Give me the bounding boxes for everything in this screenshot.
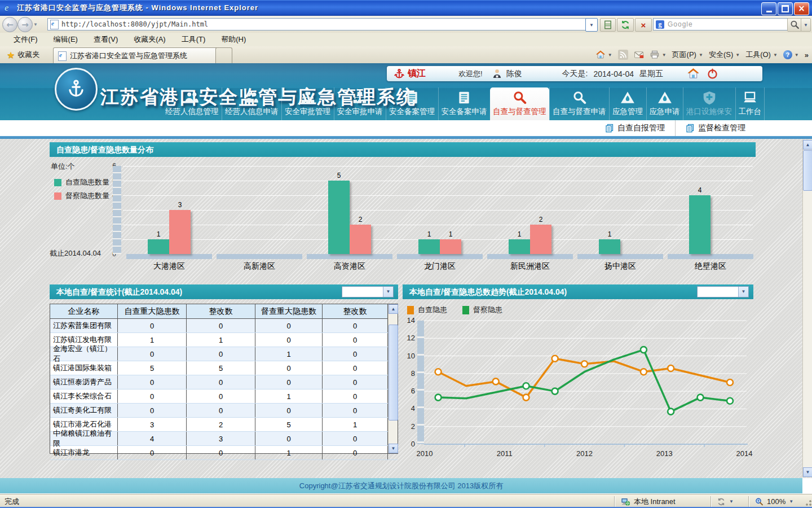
search-input[interactable]: g Google	[653, 18, 788, 30]
trend-data-point	[668, 365, 674, 371]
table-filter-select[interactable]: ▼	[342, 286, 394, 297]
table-row[interactable]: 镇江李长荣综合石0010	[50, 389, 398, 404]
menu-item-a[interactable]: 收藏夹(A)	[126, 33, 173, 46]
trend-line-supervise	[438, 350, 730, 412]
resize-grip[interactable]	[804, 496, 812, 507]
nav-item-6[interactable]: 安全备案申请	[438, 87, 490, 120]
bar-supervise	[530, 225, 551, 254]
menu-item-v[interactable]: 查看(V)	[86, 33, 126, 46]
bar-supervise	[440, 239, 461, 254]
nav-item-10[interactable]: 应急申请	[646, 87, 683, 120]
home-dropdown-icon[interactable]: ▼	[608, 52, 612, 58]
table-cell: 1	[323, 418, 388, 431]
minimize-button[interactable]	[761, 2, 776, 15]
refresh-button[interactable]	[617, 18, 634, 32]
logout-power-icon[interactable]	[707, 68, 718, 80]
anchor-icon	[394, 68, 405, 80]
bar-self-check	[148, 239, 169, 254]
stop-button[interactable]: ×	[635, 18, 652, 32]
nav-item-8[interactable]: 自查与督查申请	[549, 87, 609, 120]
table-cell: 镇江李长荣综合石	[50, 389, 118, 403]
command-button[interactable]: 工具(O)	[745, 50, 771, 60]
browser-tab[interactable]: e 江苏省港口安全监管与应急管理系统	[53, 47, 224, 64]
scroll-down-icon[interactable]: ▼	[803, 467, 812, 477]
nav-item-7[interactable]: 自查与督查管理	[490, 87, 549, 120]
zoom-control[interactable]: 100% ▼	[748, 496, 804, 507]
trend-data-point	[435, 369, 442, 375]
chevron-down-icon[interactable]: ▼	[383, 287, 393, 297]
legend-item-supervise: 督察隐患数量	[54, 191, 109, 201]
command-button[interactable]: 安全(S)	[709, 50, 733, 60]
table-cell: 0	[323, 347, 388, 361]
maximize-button[interactable]	[778, 2, 793, 15]
nav-item-1[interactable]: 经营人信息管理	[162, 87, 222, 120]
table-row[interactable]: 镇江市港龙0010	[50, 446, 398, 460]
browser-window: e 江苏省港口安全监管与应急管理系统 - Windows Internet Ex…	[0, 0, 812, 508]
address-input[interactable]: e http://localhost:8080/yjpt/Main.html	[47, 18, 586, 30]
table-row[interactable]: 镇江恒泰沥青产品0000	[50, 375, 398, 389]
nav-item-3[interactable]: 安全审批管理	[281, 87, 333, 120]
menu-item-t[interactable]: 工具(T)	[174, 33, 214, 46]
table-row[interactable]: 金海宏业（镇江）石0010	[50, 347, 398, 361]
chevron-down-icon[interactable]: ▼	[699, 52, 703, 58]
close-button[interactable]: ×	[794, 2, 809, 15]
table-cell: 0	[118, 389, 187, 403]
print-icon[interactable]	[650, 50, 660, 60]
scroll-up-icon[interactable]: ▲	[389, 304, 398, 314]
table-row[interactable]: 中储粮镇江粮油有限4300	[50, 432, 398, 446]
table-row[interactable]: 镇江奇美化工有限0000	[50, 404, 398, 418]
status-bar: 完成 本地 Intranet ▼ 100% ▼	[0, 494, 812, 508]
new-tab-stub[interactable]	[215, 47, 232, 64]
table-scrollbar[interactable]: ▲▼	[388, 304, 398, 453]
bar-y-axis-ticks	[113, 166, 121, 254]
menu-item-f[interactable]: 文件(F)	[6, 33, 46, 46]
menu-item-h[interactable]: 帮助(H)	[213, 33, 254, 46]
nav-item-5[interactable]: 安全备案管理	[386, 87, 438, 120]
nav-item-label: 安全审批申请	[337, 107, 383, 117]
menu-item-e[interactable]: 编辑(E)	[46, 33, 86, 46]
chevron-down-icon[interactable]: ▼	[789, 499, 793, 504]
rss-icon[interactable]	[618, 50, 628, 60]
help-icon[interactable]: ?	[783, 50, 792, 59]
history-dropdown-icon[interactable]: ▼	[33, 22, 38, 27]
protected-mode-control[interactable]: ▼	[710, 496, 748, 507]
help-dropdown-icon[interactable]: ▼	[795, 52, 799, 58]
nav-item-4[interactable]: 安全审批申请	[334, 87, 386, 120]
chevron-down-icon[interactable]: ▼	[773, 52, 778, 58]
search-options-dropdown[interactable]: ▼	[801, 18, 811, 32]
table-row[interactable]: 镇江港国际集装箱5500	[50, 361, 398, 375]
favorites-button[interactable]: ★ 收藏夹	[2, 47, 44, 62]
nav-item-2[interactable]: 经营人信息申请	[222, 87, 281, 120]
nav-item-9[interactable]: 应急管理	[609, 87, 646, 120]
print-dropdown-icon[interactable]: ▼	[662, 52, 667, 58]
subnav-item-2[interactable]: 监督检查管理	[675, 120, 756, 136]
google-icon: g	[656, 20, 664, 29]
scroll-up-icon[interactable]: ▲	[803, 140, 812, 150]
table-cell: 0	[323, 432, 388, 445]
chevron-down-icon[interactable]: ▼	[729, 499, 734, 504]
compatibility-view-button[interactable]	[600, 18, 616, 32]
home-shortcut-icon[interactable]	[687, 67, 700, 80]
table-row[interactable]: 江苏索普集团有限0000	[50, 319, 398, 333]
overflow-chevron[interactable]: »	[805, 51, 809, 59]
address-dropdown-button[interactable]: ▼	[585, 18, 598, 32]
page-scrollbar[interactable]: ▲ ▼	[802, 140, 812, 477]
table-cell: 0	[187, 375, 255, 389]
forward-button[interactable]: →	[17, 17, 33, 32]
nav-item-12[interactable]: 工作台	[735, 87, 765, 120]
trend-filter-select[interactable]: ▼	[697, 286, 749, 297]
home-icon[interactable]	[595, 50, 606, 60]
scrollbar-thumb[interactable]	[389, 325, 398, 421]
search-button[interactable]	[787, 18, 802, 32]
nav-item-11[interactable]: 港口设施保安	[683, 87, 735, 120]
scrollbar-thumb[interactable]	[803, 150, 812, 191]
chevron-down-icon[interactable]: ▼	[738, 287, 748, 297]
read-mail-icon[interactable]	[634, 50, 644, 60]
subnav-item-1[interactable]: 自查自报管理	[595, 120, 675, 136]
window-titlebar[interactable]: e 江苏省港口安全监管与应急管理系统 - Windows Internet Ex…	[0, 0, 812, 16]
command-button[interactable]: 页面(P)	[672, 50, 696, 60]
scroll-down-icon[interactable]: ▼	[389, 444, 398, 453]
trend-legend-self: 自查隐患	[407, 305, 447, 315]
back-button[interactable]: ←	[2, 17, 17, 32]
chevron-down-icon[interactable]: ▼	[735, 52, 740, 58]
